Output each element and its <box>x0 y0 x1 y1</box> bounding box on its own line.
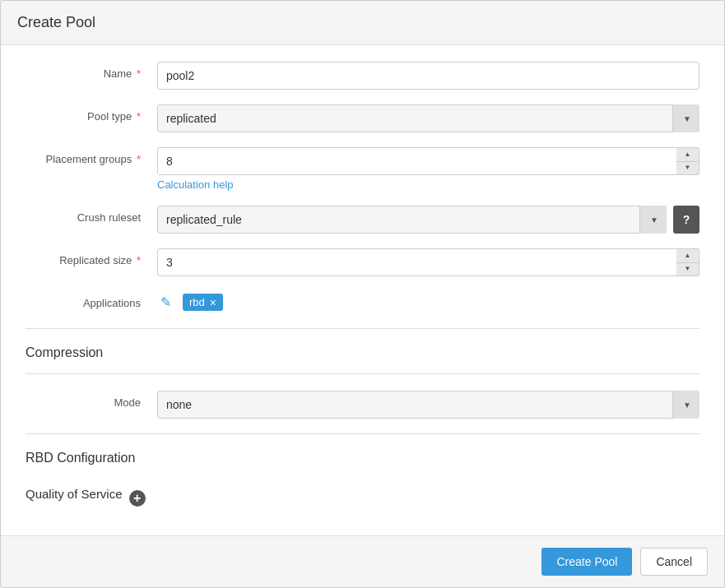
replicated-size-spinner: ▲ ▼ <box>157 248 699 276</box>
crush-ruleset-help-button[interactable]: ? <box>673 206 699 234</box>
mode-field-wrap: none aggressive passive force ▼ <box>157 391 699 419</box>
placement-groups-label: Placement groups * <box>26 147 157 165</box>
mode-label: Mode <box>26 391 157 409</box>
compression-divider-2 <box>26 373 699 374</box>
placement-groups-field-wrap: ▲ ▼ Calculation help <box>157 147 699 191</box>
quality-of-service-row: Quality of Service + <box>26 479 699 517</box>
pool-type-label: Pool type * <box>26 104 157 123</box>
compression-section-title: Compression <box>26 345 699 360</box>
quality-of-service-label: Quality of Service <box>26 487 123 501</box>
mode-select[interactable]: none aggressive passive force <box>157 391 699 419</box>
name-input[interactable] <box>157 62 699 90</box>
crush-ruleset-select[interactable]: replicated_rule <box>157 206 667 234</box>
dialog-footer: Create Pool Cancel <box>1 535 724 587</box>
application-tag-label: rbd <box>189 296 205 308</box>
placement-groups-field-group: Placement groups * ▲ ▼ Calculation help <box>26 147 699 191</box>
replicated-size-required: * <box>137 254 141 266</box>
name-field-group: Name * <box>26 62 699 90</box>
pool-type-required: * <box>137 110 141 123</box>
crush-ruleset-field-wrap: replicated_rule ▼ ? <box>157 206 699 234</box>
replicated-size-input[interactable] <box>157 248 699 276</box>
crush-ruleset-wrap: replicated_rule ▼ ? <box>157 206 699 234</box>
rbd-config-section-title: RBD Configuration <box>26 451 699 465</box>
replicated-size-decrement[interactable]: ▼ <box>676 263 699 276</box>
dialog-header: Create Pool <box>1 1 724 45</box>
crush-ruleset-field-group: Crush ruleset replicated_rule ▼ ? <box>26 206 699 234</box>
application-tag-remove-button[interactable]: × <box>210 297 216 308</box>
placement-groups-increment[interactable]: ▲ <box>676 148 699 162</box>
replicated-size-spinner-btns: ▲ ▼ <box>676 248 699 276</box>
placement-groups-input[interactable] <box>157 147 699 175</box>
compression-divider <box>26 328 699 329</box>
calculation-help-link[interactable]: Calculation help <box>157 178 234 191</box>
application-tag-rbd: rbd × <box>183 294 223 311</box>
replicated-size-label: Replicated size * <box>26 248 157 266</box>
applications-wrap: ✎ rbd × <box>157 291 699 313</box>
pool-type-field-group: Pool type * replicated erasure ▼ <box>26 104 699 132</box>
name-required: * <box>137 67 141 80</box>
placement-groups-required: * <box>137 153 141 165</box>
applications-label: Applications <box>26 291 157 309</box>
dialog-title: Create Pool <box>17 14 708 31</box>
pool-type-field-wrap: replicated erasure ▼ <box>157 104 699 132</box>
mode-field-group: Mode none aggressive passive force ▼ <box>26 391 699 419</box>
crush-ruleset-label: Crush ruleset <box>26 206 157 224</box>
replicated-size-field-wrap: ▲ ▼ <box>157 248 699 276</box>
crush-ruleset-select-wrap: replicated_rule ▼ <box>157 206 667 234</box>
pool-type-select-wrap: replicated erasure ▼ <box>157 104 699 132</box>
placement-groups-decrement[interactable]: ▼ <box>676 162 699 175</box>
pool-type-select[interactable]: replicated erasure <box>157 104 699 132</box>
dialog-body: Name * Pool type * replicated erasure ▼ <box>1 45 724 535</box>
placement-groups-spinner-btns: ▲ ▼ <box>676 147 699 175</box>
mode-select-wrap: none aggressive passive force ▼ <box>157 391 699 419</box>
create-pool-button[interactable]: Create Pool <box>541 548 632 576</box>
create-pool-dialog: Create Pool Name * Pool type * replicate… <box>0 0 725 588</box>
replicated-size-increment[interactable]: ▲ <box>676 249 699 263</box>
replicated-size-field-group: Replicated size * ▲ ▼ <box>26 248 699 276</box>
quality-of-service-expand-button[interactable]: + <box>129 490 146 507</box>
name-label: Name * <box>26 62 157 80</box>
cancel-button[interactable]: Cancel <box>640 548 708 576</box>
applications-field-wrap: ✎ rbd × <box>157 291 699 313</box>
placement-groups-spinner: ▲ ▼ <box>157 147 699 175</box>
rbd-divider <box>26 433 699 434</box>
applications-edit-button[interactable]: ✎ <box>157 291 174 313</box>
applications-field-group: Applications ✎ rbd × <box>26 291 699 313</box>
name-field-wrap <box>157 62 699 90</box>
